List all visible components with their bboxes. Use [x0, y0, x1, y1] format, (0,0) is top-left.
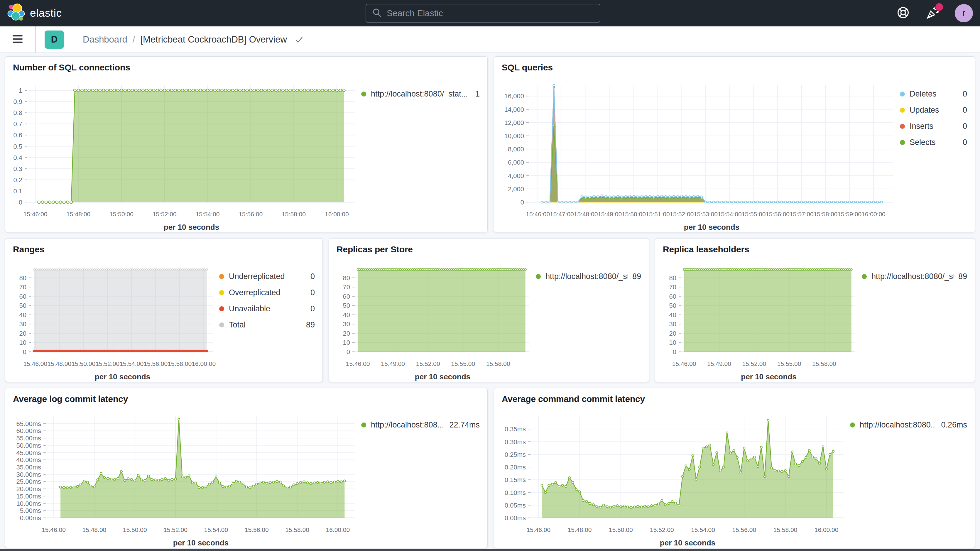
- svg-text:0.8: 0.8: [13, 109, 22, 116]
- legend-series-value: 89: [632, 272, 641, 281]
- legend-series-dot-icon: [900, 140, 905, 145]
- legend-item[interactable]: Unavailable0: [219, 304, 315, 313]
- svg-text:15:52:00: 15:52:00: [742, 360, 766, 367]
- chart-canvas-avg-log-commit-latency[interactable]: 65.00ms60.00ms55.00ms50.00ms45.00ms40.00…: [5, 409, 361, 548]
- svg-text:70: 70: [19, 283, 26, 291]
- legend-series-label: Updates: [910, 106, 939, 115]
- legend-series-dot-icon: [900, 124, 905, 129]
- whats-new-button[interactable]: [926, 6, 940, 20]
- global-search[interactable]: [366, 4, 600, 22]
- svg-text:50.00ms: 50.00ms: [16, 442, 41, 449]
- elastic-logo-home-link[interactable]: elastic: [0, 3, 123, 23]
- legend-series-value: 22.74ms: [449, 420, 480, 430]
- svg-text:15:48:00: 15:48:00: [574, 211, 598, 217]
- breadcrumb-bar: D Dashboard / [Metricbeat CockroachDB] O…: [0, 26, 980, 53]
- legend-series-label: Selects: [910, 138, 936, 147]
- svg-text:0.00ms: 0.00ms: [20, 514, 41, 522]
- svg-text:15:56:00: 15:56:00: [245, 526, 269, 533]
- svg-text:10: 10: [669, 339, 676, 346]
- svg-text:15:54:00: 15:54:00: [691, 526, 715, 533]
- user-avatar[interactable]: r: [955, 4, 973, 22]
- help-button[interactable]: [896, 6, 910, 20]
- svg-text:15.00ms: 15.00ms: [16, 493, 41, 500]
- svg-text:2,000: 2,000: [508, 185, 524, 193]
- legend-item[interactable]: Updates0: [900, 106, 967, 115]
- svg-text:per 10 seconds: per 10 seconds: [684, 223, 740, 231]
- svg-text:15:48:00: 15:48:00: [83, 526, 107, 533]
- svg-text:5.00ms: 5.00ms: [20, 507, 41, 514]
- legend-series-value: 0: [963, 89, 967, 99]
- legend-replica-leaseholders: http://localhost:8080/_sta...89: [862, 259, 975, 382]
- svg-text:per 10 seconds: per 10 seconds: [95, 372, 150, 381]
- legend-item[interactable]: http://localhost:8080/_sta...89: [536, 272, 641, 281]
- legend-item[interactable]: Inserts0: [900, 122, 967, 131]
- legend-avg-command-commit-latency: http://localhost:8080...0.26ms: [850, 409, 975, 548]
- svg-text:15:52:00: 15:52:00: [650, 526, 674, 533]
- svg-text:per 10 seconds: per 10 seconds: [164, 223, 219, 231]
- svg-text:15:52:00: 15:52:00: [670, 211, 694, 217]
- svg-text:80: 80: [669, 274, 676, 282]
- svg-text:15:58:00: 15:58:00: [812, 360, 836, 367]
- legend-item[interactable]: Selects0: [900, 138, 967, 147]
- legend-item[interactable]: Total89: [219, 320, 315, 330]
- svg-text:4,000: 4,000: [508, 172, 524, 180]
- svg-text:10: 10: [19, 339, 26, 346]
- legend-item[interactable]: http://localhost:8080/_sta...89: [862, 272, 967, 281]
- chart-canvas-ranges[interactable]: 8070605040302010015:46:0015:48:0015:50:0…: [5, 259, 219, 382]
- legend-sql-queries: Deletes0Updates0Inserts0Selects0: [900, 77, 975, 232]
- breadcrumb-dashboard-link[interactable]: Dashboard: [83, 34, 127, 45]
- svg-text:40.00ms: 40.00ms: [16, 456, 41, 463]
- svg-text:15:53:00: 15:53:00: [694, 211, 718, 217]
- legend-series-dot-icon: [536, 274, 541, 279]
- chart-canvas-replica-leaseholders[interactable]: 8070605040302010015:46:0015:49:0015:52:0…: [655, 259, 862, 382]
- svg-text:15:52:00: 15:52:00: [153, 211, 177, 217]
- legend-series-label: Unavailable: [229, 304, 270, 313]
- svg-text:15:57:00: 15:57:00: [789, 211, 814, 217]
- svg-text:15:49:00: 15:49:00: [598, 211, 622, 217]
- app-badge-wrap: D: [36, 26, 73, 53]
- svg-text:1: 1: [19, 87, 22, 94]
- svg-text:10,000: 10,000: [504, 132, 524, 140]
- legend-item[interactable]: http://localhost:8080/_stat...1: [361, 89, 480, 99]
- svg-text:8,000: 8,000: [508, 145, 524, 153]
- chart-canvas-avg-command-commit-latency[interactable]: 0.35ms0.30ms0.25ms0.20ms0.15ms0.10ms0.05…: [494, 409, 850, 548]
- menu-button[interactable]: [0, 26, 36, 53]
- panel-title: Replica leaseholders: [655, 239, 975, 259]
- svg-text:15:48:00: 15:48:00: [66, 211, 91, 217]
- svg-text:16,000: 16,000: [504, 92, 524, 100]
- svg-text:15:54:00: 15:54:00: [196, 211, 220, 217]
- svg-text:80: 80: [19, 274, 26, 282]
- chart-canvas-sql-connections[interactable]: 10.90.80.70.60.50.40.30.20.1015:46:0015:…: [5, 77, 361, 232]
- chart-canvas-sql-queries[interactable]: 16,00014,00012,00010,0008,0006,0004,0002…: [494, 77, 900, 232]
- svg-text:16:00:00: 16:00:00: [192, 360, 216, 367]
- svg-text:0: 0: [673, 348, 676, 355]
- svg-text:16:00:00: 16:00:00: [326, 526, 350, 533]
- legend-series-label: Total: [229, 320, 246, 330]
- legend-item[interactable]: Overreplicated0: [219, 288, 315, 297]
- svg-text:15:48:00: 15:48:00: [568, 526, 592, 533]
- svg-text:15:46:00: 15:46:00: [23, 360, 47, 367]
- help-lifebuoy-icon: [896, 6, 910, 21]
- legend-series-label: Overreplicated: [229, 288, 280, 297]
- svg-text:60: 60: [669, 293, 676, 300]
- svg-text:0.1: 0.1: [13, 188, 22, 195]
- legend-series-label: http://localhost:8080...: [860, 420, 936, 430]
- svg-text:15:50:00: 15:50:00: [609, 526, 633, 533]
- legend-series-label: Deletes: [910, 89, 937, 99]
- svg-text:20.00ms: 20.00ms: [16, 485, 41, 493]
- legend-series-dot-icon: [900, 92, 905, 97]
- svg-text:0.9: 0.9: [13, 98, 22, 105]
- search-input[interactable]: [387, 8, 594, 18]
- chart-canvas-replicas-per-store[interactable]: 8070605040302010015:46:0015:49:0015:52:0…: [329, 259, 536, 382]
- legend-item[interactable]: http://localhost:808...22.74ms: [361, 420, 480, 430]
- legend-series-value: 0: [963, 106, 967, 115]
- legend-series-label: http://localhost:8080/_sta...: [872, 272, 954, 281]
- svg-text:per 10 seconds: per 10 seconds: [173, 538, 229, 547]
- legend-item[interactable]: http://localhost:8080...0.26ms: [850, 420, 967, 430]
- legend-item[interactable]: Deletes0: [900, 89, 967, 99]
- legend-series-value: 0: [963, 138, 967, 147]
- svg-text:50: 50: [343, 302, 350, 309]
- title-check-icon[interactable]: [294, 35, 303, 44]
- dashboard-app-badge[interactable]: D: [45, 30, 64, 49]
- legend-item[interactable]: Underreplicated0: [219, 272, 315, 281]
